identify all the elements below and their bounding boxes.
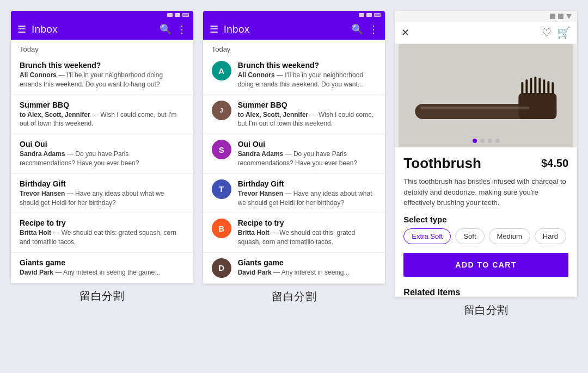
email-subject: Recipe to try bbox=[238, 219, 377, 227]
email-item[interactable]: Oui Oui Sandra Adams — Do you have Paris… bbox=[11, 134, 193, 174]
search-icon-2[interactable]: 🔍 bbox=[351, 23, 363, 35]
avatar: B bbox=[212, 219, 231, 238]
svg-rect-5 bbox=[530, 78, 532, 94]
panel2-wrapper: ☰ Inbox 🔍 ⋮ Today A Brunch this weekend?… bbox=[203, 11, 385, 304]
signal-icon bbox=[167, 13, 173, 17]
wifi-icon bbox=[175, 13, 180, 17]
email-body: Birthday Gift Trevor Hansen — Have any i… bbox=[20, 179, 185, 208]
email-preview: to Alex, Scott, Jennifer — Wish I could … bbox=[20, 110, 185, 129]
email-subject: Brunch this weekend? bbox=[20, 61, 185, 70]
cart-icon[interactable]: 🛒 bbox=[557, 26, 571, 39]
caption-2: 留白分割 bbox=[272, 289, 316, 304]
status-bar-2 bbox=[203, 11, 385, 19]
avatar: J bbox=[212, 101, 231, 120]
product-toolbar-icons: ♡ 🛒 bbox=[542, 26, 571, 39]
caption-3: 留白分割 bbox=[464, 303, 509, 318]
menu-icon-2[interactable]: ☰ bbox=[210, 23, 218, 35]
email-body: Oui Oui Sandra Adams — Do you have Paris… bbox=[238, 140, 377, 168]
battery-icon bbox=[374, 13, 381, 17]
close-button[interactable]: ✕ bbox=[401, 27, 409, 39]
email-body: Brunch this weekend? Ali Connors — I'll … bbox=[20, 61, 185, 89]
caption-1: 留白分割 bbox=[79, 289, 124, 303]
section-label-1: Today bbox=[11, 40, 193, 55]
add-to-cart-button[interactable]: ADD TO CART bbox=[403, 253, 568, 277]
svg-rect-3 bbox=[522, 82, 524, 94]
email-item[interactable]: S Oui Oui Sandra Adams — Do you have Par… bbox=[203, 134, 385, 174]
battery-icon bbox=[182, 13, 189, 17]
panel2: ☰ Inbox 🔍 ⋮ Today A Brunch this weekend?… bbox=[203, 11, 385, 284]
email-preview: Sandra Adams — Do you have Paris recomme… bbox=[238, 150, 377, 168]
svg-rect-6 bbox=[535, 77, 537, 94]
email-item[interactable]: Brunch this weekend? Ali Connors — I'll … bbox=[11, 55, 193, 95]
select-type-label: Select type bbox=[403, 215, 568, 224]
email-item[interactable]: J Summer BBQ to Alex, Scott, Jennifer — … bbox=[203, 95, 385, 135]
toothbrush-svg bbox=[395, 44, 577, 147]
email-subject: Brunch this weekend? bbox=[238, 61, 377, 70]
svg-rect-9 bbox=[548, 81, 550, 94]
email-item[interactable]: Recipe to try Britta Holt — We should ea… bbox=[11, 213, 193, 253]
dot-3[interactable] bbox=[488, 139, 492, 143]
carousel-dots bbox=[473, 139, 500, 143]
email-body: Recipe to try Britta Holt — We should ea… bbox=[238, 219, 377, 247]
chip-extra-soft[interactable]: Extra Soft bbox=[403, 228, 451, 244]
product-price: $4.50 bbox=[541, 157, 568, 170]
more-icon-2[interactable]: ⋮ bbox=[369, 23, 378, 35]
menu-icon[interactable]: ☰ bbox=[17, 23, 26, 35]
email-subject: Oui Oui bbox=[238, 140, 377, 148]
toolbar-1: ☰ Inbox 🔍 ⋮ bbox=[11, 19, 193, 40]
panel2-content: Today A Brunch this weekend? Ali Connors… bbox=[203, 40, 385, 284]
status-square-icon bbox=[550, 14, 555, 19]
panel1: ☰ Inbox 🔍 ⋮ Today Brunch this weekend? A… bbox=[11, 11, 193, 283]
chip-medium[interactable]: Medium bbox=[489, 228, 530, 244]
email-preview: David Park — Any interest in seeing the … bbox=[20, 268, 160, 277]
email-subject: Summer BBQ bbox=[20, 101, 185, 109]
signal-icon bbox=[359, 13, 364, 17]
email-preview: Trevor Hansen — Have any ideas about wha… bbox=[238, 189, 377, 208]
dot-1[interactable] bbox=[473, 139, 477, 143]
email-item[interactable]: A Brunch this weekend? Ali Connors — I'l… bbox=[203, 55, 385, 95]
status-square-icon bbox=[558, 14, 564, 19]
product-info: Toothbrush $4.50 This toothbrush has bri… bbox=[395, 147, 577, 281]
chip-hard[interactable]: Hard bbox=[535, 228, 566, 244]
email-subject: Birthday Gift bbox=[238, 179, 377, 188]
email-preview: Britta Holt — We should eat this: grated… bbox=[238, 228, 377, 247]
email-body: Summer BBQ to Alex, Scott, Jennifer — Wi… bbox=[238, 101, 377, 129]
page: ☰ Inbox 🔍 ⋮ Today Brunch this weekend? A… bbox=[0, 0, 588, 373]
email-body: Giants game David Park — Any interest in… bbox=[238, 258, 350, 277]
email-preview: Ali Connors — I'll be in your neighborho… bbox=[238, 71, 377, 89]
email-subject: Giants game bbox=[20, 258, 160, 267]
heart-icon[interactable]: ♡ bbox=[542, 26, 552, 39]
svg-rect-2 bbox=[519, 93, 557, 119]
product-title: Toothbrush bbox=[403, 155, 481, 172]
dot-4[interactable] bbox=[495, 139, 500, 143]
email-item[interactable]: B Recipe to try Britta Holt — We should … bbox=[203, 213, 385, 253]
more-icon-1[interactable]: ⋮ bbox=[177, 23, 187, 35]
email-subject: Recipe to try bbox=[20, 219, 185, 227]
avatar: D bbox=[212, 258, 231, 278]
email-preview: David Park — Any interest in seeing... bbox=[238, 268, 350, 277]
related-items-label: Related Items bbox=[395, 281, 577, 297]
svg-rect-4 bbox=[526, 79, 528, 94]
email-item[interactable]: Summer BBQ to Alex, Scott, Jennifer — Wi… bbox=[11, 95, 193, 135]
email-preview: Ali Connors — I'll be in your neighborho… bbox=[20, 71, 185, 89]
email-body: Recipe to try Britta Holt — We should ea… bbox=[20, 219, 185, 247]
email-subject: Birthday Gift bbox=[20, 179, 185, 188]
dot-2[interactable] bbox=[480, 139, 485, 143]
email-item[interactable]: T Birthday Gift Trevor Hansen — Have any… bbox=[203, 174, 385, 214]
email-preview: Sandra Adams — Do you have Paris recomme… bbox=[20, 150, 185, 168]
product-status-bar bbox=[395, 11, 577, 22]
email-body: Birthday Gift Trevor Hansen — Have any i… bbox=[238, 179, 377, 208]
product-desc: This toothbrush has bristles infused wit… bbox=[403, 176, 568, 208]
toolbar-title-1: Inbox bbox=[32, 23, 154, 35]
panels-row: ☰ Inbox 🔍 ⋮ Today Brunch this weekend? A… bbox=[11, 11, 577, 318]
search-icon-1[interactable]: 🔍 bbox=[160, 23, 171, 35]
email-subject: Oui Oui bbox=[20, 140, 185, 148]
email-item[interactable]: D Giants game David Park — Any interest … bbox=[203, 253, 385, 284]
avatar: A bbox=[212, 61, 231, 80]
chip-soft[interactable]: Soft bbox=[455, 228, 484, 244]
email-item[interactable]: Birthday Gift Trevor Hansen — Have any i… bbox=[11, 174, 193, 214]
email-item[interactable]: Giants game David Park — Any interest in… bbox=[11, 253, 193, 283]
email-body: Giants game David Park — Any interest in… bbox=[20, 258, 160, 277]
email-subject: Summer BBQ bbox=[238, 101, 377, 109]
email-preview: Britta Holt — We should eat this: grated… bbox=[20, 228, 185, 247]
